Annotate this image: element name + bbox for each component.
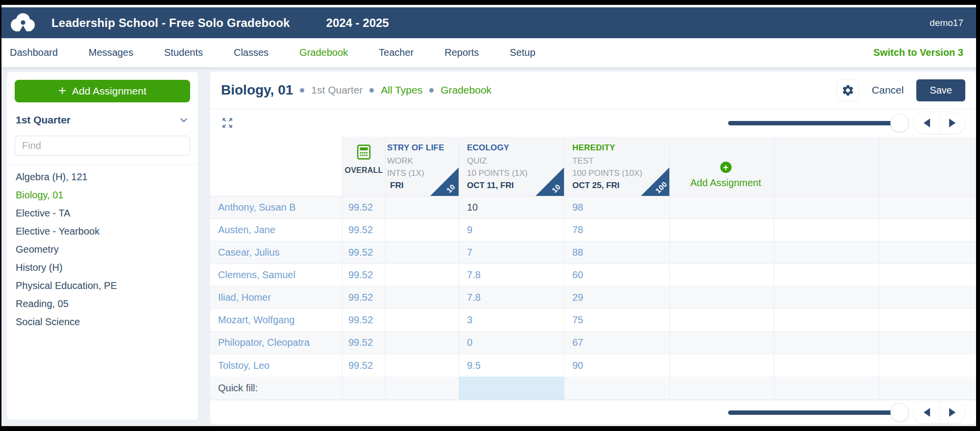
nav-item[interactable]: Setup: [510, 47, 535, 58]
assignment-title: ECOLOGY: [467, 143, 509, 153]
class-list-item[interactable]: Physical Education, PE: [15, 277, 190, 295]
grade-cell[interactable]: [386, 332, 459, 354]
grade-cell-empty: [879, 309, 976, 331]
assignment-header-ecology[interactable]: ECOLOGY QUIZ 10 POINTS (1X) OCT 11, FRI …: [459, 137, 564, 196]
class-list-item[interactable]: Algebra (H), 121: [15, 168, 190, 186]
settings-button[interactable]: [836, 79, 859, 101]
header-student-column: [210, 137, 343, 196]
scrollbar-track[interactable]: [728, 410, 900, 415]
grid-bottombar: [210, 400, 976, 424]
grade-cell[interactable]: 9.5: [459, 354, 564, 377]
grade-cell[interactable]: 60: [564, 264, 670, 286]
nav-item[interactable]: Classes: [234, 47, 269, 58]
overall-grade-cell: 99.52: [343, 287, 386, 309]
save-button[interactable]: Save: [916, 79, 965, 101]
grade-cell-empty: [879, 332, 976, 354]
student-name-link[interactable]: Clemens, Samuel: [218, 269, 295, 281]
scrollbar-thumb[interactable]: [890, 114, 909, 132]
grade-cell[interactable]: [386, 354, 459, 377]
assignment-header-history-of-life[interactable]: STRY OF LIFE WORK INTS (1X) FRI 10: [386, 137, 459, 196]
grade-cell-empty: [774, 264, 879, 286]
expand-grid-button[interactable]: [221, 116, 235, 130]
class-list-item[interactable]: Social Science: [15, 313, 190, 331]
grade-cell-empty: [774, 332, 879, 354]
quarter-selector[interactable]: 1st Quarter: [16, 114, 189, 126]
grade-cell[interactable]: 7: [459, 241, 564, 263]
student-name-link[interactable]: Mozart, Wolfgang: [218, 314, 294, 326]
scrollbar-thumb[interactable]: [890, 403, 909, 422]
grade-cell[interactable]: [386, 241, 459, 263]
student-row: Casear, Julius 99.52 7 88: [210, 241, 976, 264]
grade-cell[interactable]: [386, 264, 459, 286]
grade-cell-empty: [670, 219, 774, 241]
grade-cell[interactable]: 29: [564, 287, 670, 309]
crumb-quarter[interactable]: 1st Quarter: [311, 84, 363, 96]
cancel-button[interactable]: Cancel: [872, 84, 904, 96]
student-name-link[interactable]: Iliad, Homer: [218, 292, 271, 303]
nav-item[interactable]: Dashboard: [10, 47, 58, 58]
class-list-item[interactable]: Geometry: [15, 240, 190, 259]
assignment-title: STRY OF LIFE: [387, 143, 444, 153]
class-list-item[interactable]: Elective - Yearbook: [15, 222, 190, 240]
class-list: Algebra (H), 121 Biology, 01 Elective - …: [15, 168, 190, 331]
grade-cell[interactable]: 0: [459, 332, 564, 354]
grade-cell[interactable]: 78: [564, 219, 670, 241]
crumb-view[interactable]: Gradebook: [441, 84, 491, 96]
overall-grade-cell: 99.52: [343, 196, 386, 218]
grade-cell[interactable]: 75: [564, 309, 670, 331]
overall-grade-cell: 99.52: [343, 219, 386, 241]
nav-item[interactable]: Reports: [444, 47, 479, 58]
find-input[interactable]: [15, 136, 190, 156]
next-columns-button[interactable]: [939, 112, 965, 134]
class-list-item[interactable]: Reading, 05: [15, 295, 190, 313]
quick-fill-cell-selected[interactable]: [459, 377, 564, 400]
nav-item[interactable]: Messages: [89, 47, 133, 58]
class-list-item[interactable]: Elective - TA: [15, 204, 190, 222]
grade-cell[interactable]: [386, 219, 459, 241]
horizontal-scrollbar-top[interactable]: [728, 114, 900, 132]
horizontal-scrollbar-bottom[interactable]: [728, 403, 900, 422]
nav-item[interactable]: Students: [164, 47, 203, 58]
grade-cell[interactable]: [386, 309, 459, 331]
grade-cell[interactable]: 7.8: [459, 287, 564, 309]
grade-cell[interactable]: 90: [564, 354, 670, 377]
grid-header-row: OVERALL STRY OF LIFE WORK INTS (1X) FRI …: [210, 137, 976, 196]
student-name-link[interactable]: Philopator, Cleopatra: [218, 337, 310, 348]
crumb-types[interactable]: All Types: [381, 84, 422, 96]
add-assignment-column-button[interactable]: + Add Assignment: [670, 137, 774, 196]
assignment-date: OCT 11, FRI: [467, 179, 514, 192]
assignment-type: WORK: [387, 155, 413, 167]
grade-cell[interactable]: [386, 287, 459, 309]
quick-fill-cell[interactable]: [564, 377, 670, 400]
student-name-link[interactable]: Austen, Jane: [218, 224, 275, 236]
student-name-link[interactable]: Tolstoy, Leo: [218, 360, 270, 371]
assignment-header-heredity[interactable]: HEREDITY TEST 100 POINTS (10X) OCT 25, F…: [564, 137, 670, 196]
nav-item[interactable]: Teacher: [379, 47, 414, 58]
grade-cell[interactable]: [386, 196, 459, 218]
next-columns-button[interactable]: [939, 402, 965, 423]
quick-fill-row: Quick fill:: [210, 377, 976, 400]
username[interactable]: demo17: [930, 18, 963, 28]
grade-cell[interactable]: 3: [459, 309, 564, 331]
grade-cell-empty: [670, 332, 774, 354]
scrollbar-track[interactable]: [728, 121, 900, 125]
app-frame: Leadership School - Free Solo Gradebook …: [1, 5, 976, 426]
class-list-item[interactable]: History (H): [15, 259, 190, 277]
grade-cell[interactable]: 10: [459, 196, 564, 218]
class-list-item[interactable]: Biology, 01: [15, 186, 190, 204]
student-name-link[interactable]: Casear, Julius: [218, 247, 280, 258]
prev-columns-button[interactable]: [914, 402, 939, 423]
grade-cell[interactable]: 98: [564, 196, 670, 218]
nav-item[interactable]: Gradebook: [299, 47, 348, 58]
quick-fill-cell[interactable]: [386, 377, 459, 400]
grade-cell[interactable]: 7.8: [459, 264, 564, 286]
student-name-link[interactable]: Anthony, Susan B: [218, 202, 296, 213]
top-bar: Leadership School - Free Solo Gradebook …: [1, 7, 976, 38]
add-assignment-button[interactable]: + Add Assignment: [15, 80, 190, 102]
prev-columns-button[interactable]: [914, 112, 939, 134]
header-overall-column: OVERALL: [343, 137, 386, 196]
grade-cell[interactable]: 88: [564, 241, 670, 263]
switch-version-link[interactable]: Switch to Version 3: [874, 47, 963, 58]
grade-cell[interactable]: 9: [459, 219, 564, 241]
grade-cell[interactable]: 67: [564, 332, 670, 354]
